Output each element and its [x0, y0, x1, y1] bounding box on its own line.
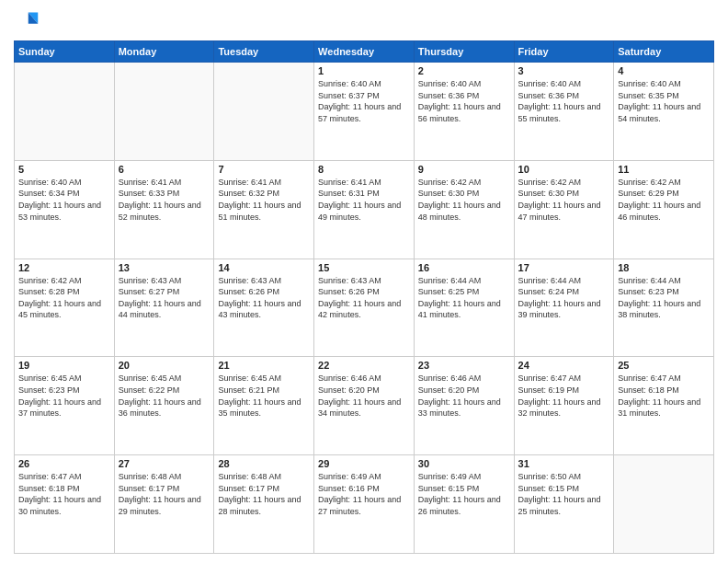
- day-header-monday: Monday: [114, 41, 214, 63]
- calendar-cell: 15Sunrise: 6:43 AMSunset: 6:26 PMDayligh…: [314, 259, 415, 357]
- day-info: Sunrise: 6:40 AMSunset: 6:36 PMDaylight:…: [418, 78, 510, 124]
- day-header-thursday: Thursday: [414, 41, 514, 63]
- day-info: Sunrise: 6:46 AMSunset: 6:20 PMDaylight:…: [418, 373, 510, 419]
- day-number: 12: [18, 262, 110, 273]
- day-number: 19: [18, 360, 110, 371]
- day-number: 6: [119, 164, 210, 175]
- calendar-cell: 16Sunrise: 6:44 AMSunset: 6:25 PMDayligh…: [414, 259, 514, 357]
- day-number: 18: [618, 262, 710, 273]
- calendar-cell: 3Sunrise: 6:40 AMSunset: 6:36 PMDaylight…: [514, 63, 614, 161]
- calendar-cell: 30Sunrise: 6:49 AMSunset: 6:15 PMDayligh…: [414, 455, 514, 554]
- day-number: 29: [318, 458, 410, 469]
- day-info: Sunrise: 6:43 AMSunset: 6:26 PMDaylight:…: [218, 275, 310, 321]
- logo-icon: [14, 9, 40, 35]
- calendar-cell: [214, 63, 314, 161]
- calendar-cell: 14Sunrise: 6:43 AMSunset: 6:26 PMDayligh…: [214, 259, 314, 357]
- day-info: Sunrise: 6:43 AMSunset: 6:26 PMDaylight:…: [318, 275, 410, 321]
- day-number: 30: [418, 458, 510, 469]
- day-number: 16: [418, 262, 510, 273]
- calendar-cell: 22Sunrise: 6:46 AMSunset: 6:20 PMDayligh…: [314, 357, 415, 455]
- day-number: 24: [518, 360, 610, 371]
- day-number: 17: [518, 262, 610, 273]
- day-header-friday: Friday: [514, 41, 614, 63]
- calendar-cell: [15, 63, 115, 161]
- day-number: 28: [218, 458, 310, 469]
- day-number: 10: [518, 164, 610, 175]
- day-info: Sunrise: 6:42 AMSunset: 6:29 PMDaylight:…: [618, 177, 710, 223]
- calendar-cell: [614, 455, 714, 554]
- calendar-cell: 11Sunrise: 6:42 AMSunset: 6:29 PMDayligh…: [614, 160, 714, 259]
- calendar-cell: 23Sunrise: 6:46 AMSunset: 6:20 PMDayligh…: [414, 357, 514, 455]
- day-header-wednesday: Wednesday: [314, 41, 415, 63]
- day-number: 27: [119, 458, 210, 469]
- day-info: Sunrise: 6:40 AMSunset: 6:35 PMDaylight:…: [618, 78, 710, 124]
- calendar-cell: 17Sunrise: 6:44 AMSunset: 6:24 PMDayligh…: [514, 259, 614, 357]
- day-info: Sunrise: 6:45 AMSunset: 6:22 PMDaylight:…: [119, 373, 210, 419]
- calendar-cell: 31Sunrise: 6:50 AMSunset: 6:15 PMDayligh…: [514, 455, 614, 554]
- calendar-cell: 6Sunrise: 6:41 AMSunset: 6:33 PMDaylight…: [114, 160, 214, 259]
- day-header-saturday: Saturday: [614, 41, 714, 63]
- day-info: Sunrise: 6:47 AMSunset: 6:18 PMDaylight:…: [618, 373, 710, 419]
- day-info: Sunrise: 6:44 AMSunset: 6:24 PMDaylight:…: [518, 275, 610, 321]
- calendar-cell: 20Sunrise: 6:45 AMSunset: 6:22 PMDayligh…: [114, 357, 214, 455]
- day-number: 20: [119, 360, 210, 371]
- day-info: Sunrise: 6:41 AMSunset: 6:32 PMDaylight:…: [218, 177, 310, 223]
- day-header-tuesday: Tuesday: [214, 41, 314, 63]
- day-info: Sunrise: 6:47 AMSunset: 6:18 PMDaylight:…: [18, 471, 110, 517]
- day-header-sunday: Sunday: [15, 41, 115, 63]
- day-info: Sunrise: 6:45 AMSunset: 6:23 PMDaylight:…: [18, 373, 110, 419]
- day-info: Sunrise: 6:43 AMSunset: 6:27 PMDaylight:…: [119, 275, 210, 321]
- week-row-4: 19Sunrise: 6:45 AMSunset: 6:23 PMDayligh…: [15, 357, 714, 455]
- day-info: Sunrise: 6:46 AMSunset: 6:20 PMDaylight:…: [318, 373, 410, 419]
- calendar-cell: 7Sunrise: 6:41 AMSunset: 6:32 PMDaylight…: [214, 160, 314, 259]
- day-info: Sunrise: 6:44 AMSunset: 6:23 PMDaylight:…: [618, 275, 710, 321]
- day-number: 4: [618, 65, 710, 76]
- day-info: Sunrise: 6:40 AMSunset: 6:36 PMDaylight:…: [518, 78, 610, 124]
- header: [14, 9, 714, 35]
- day-number: 31: [518, 458, 610, 469]
- day-number: 9: [418, 164, 510, 175]
- calendar-cell: 8Sunrise: 6:41 AMSunset: 6:31 PMDaylight…: [314, 160, 415, 259]
- calendar-header-row: SundayMondayTuesdayWednesdayThursdayFrid…: [15, 41, 714, 63]
- day-info: Sunrise: 6:42 AMSunset: 6:30 PMDaylight:…: [418, 177, 510, 223]
- day-number: 14: [218, 262, 310, 273]
- day-number: 1: [318, 65, 410, 76]
- day-number: 5: [18, 164, 110, 175]
- day-info: Sunrise: 6:42 AMSunset: 6:30 PMDaylight:…: [518, 177, 610, 223]
- day-number: 11: [618, 164, 710, 175]
- day-info: Sunrise: 6:48 AMSunset: 6:17 PMDaylight:…: [218, 471, 310, 517]
- calendar-cell: 24Sunrise: 6:47 AMSunset: 6:19 PMDayligh…: [514, 357, 614, 455]
- calendar-cell: 1Sunrise: 6:40 AMSunset: 6:37 PMDaylight…: [314, 63, 415, 161]
- calendar-cell: 25Sunrise: 6:47 AMSunset: 6:18 PMDayligh…: [614, 357, 714, 455]
- day-number: 7: [218, 164, 310, 175]
- day-number: 22: [318, 360, 410, 371]
- day-number: 23: [418, 360, 510, 371]
- calendar-cell: 10Sunrise: 6:42 AMSunset: 6:30 PMDayligh…: [514, 160, 614, 259]
- day-info: Sunrise: 6:41 AMSunset: 6:31 PMDaylight:…: [318, 177, 410, 223]
- calendar-cell: 19Sunrise: 6:45 AMSunset: 6:23 PMDayligh…: [15, 357, 115, 455]
- calendar-cell: 12Sunrise: 6:42 AMSunset: 6:28 PMDayligh…: [15, 259, 115, 357]
- week-row-1: 1Sunrise: 6:40 AMSunset: 6:37 PMDaylight…: [15, 63, 714, 161]
- day-number: 13: [119, 262, 210, 273]
- day-info: Sunrise: 6:42 AMSunset: 6:28 PMDaylight:…: [18, 275, 110, 321]
- day-info: Sunrise: 6:50 AMSunset: 6:15 PMDaylight:…: [518, 471, 610, 517]
- week-row-5: 26Sunrise: 6:47 AMSunset: 6:18 PMDayligh…: [15, 455, 714, 554]
- day-number: 8: [318, 164, 410, 175]
- calendar-cell: [114, 63, 214, 161]
- day-number: 25: [618, 360, 710, 371]
- calendar-cell: 21Sunrise: 6:45 AMSunset: 6:21 PMDayligh…: [214, 357, 314, 455]
- calendar-cell: 9Sunrise: 6:42 AMSunset: 6:30 PMDaylight…: [414, 160, 514, 259]
- day-info: Sunrise: 6:47 AMSunset: 6:19 PMDaylight:…: [518, 373, 610, 419]
- day-info: Sunrise: 6:49 AMSunset: 6:15 PMDaylight:…: [418, 471, 510, 517]
- page: SundayMondayTuesdayWednesdayThursdayFrid…: [0, 0, 728, 563]
- day-number: 2: [418, 65, 510, 76]
- calendar-cell: 13Sunrise: 6:43 AMSunset: 6:27 PMDayligh…: [114, 259, 214, 357]
- day-info: Sunrise: 6:45 AMSunset: 6:21 PMDaylight:…: [218, 373, 310, 419]
- day-info: Sunrise: 6:44 AMSunset: 6:25 PMDaylight:…: [418, 275, 510, 321]
- calendar-cell: 26Sunrise: 6:47 AMSunset: 6:18 PMDayligh…: [15, 455, 115, 554]
- day-info: Sunrise: 6:40 AMSunset: 6:34 PMDaylight:…: [18, 177, 110, 223]
- day-info: Sunrise: 6:41 AMSunset: 6:33 PMDaylight:…: [119, 177, 210, 223]
- calendar: SundayMondayTuesdayWednesdayThursdayFrid…: [14, 40, 714, 554]
- calendar-cell: 5Sunrise: 6:40 AMSunset: 6:34 PMDaylight…: [15, 160, 115, 259]
- calendar-cell: 27Sunrise: 6:48 AMSunset: 6:17 PMDayligh…: [114, 455, 214, 554]
